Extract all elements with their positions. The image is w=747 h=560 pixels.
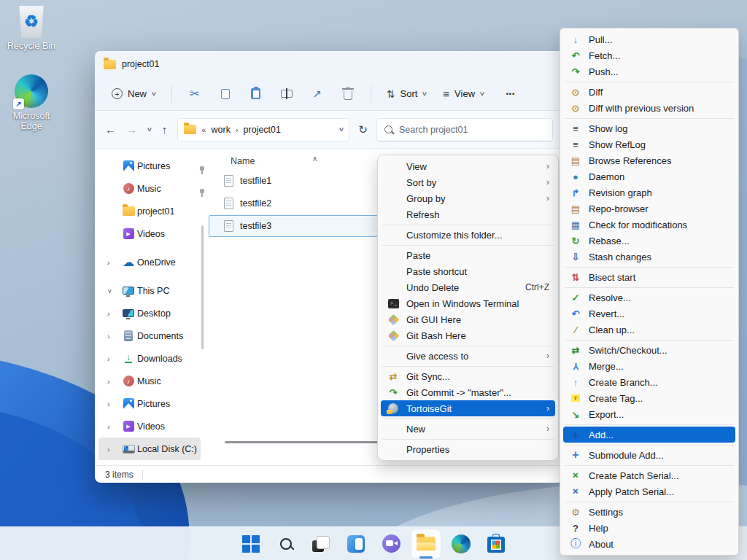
chat-button[interactable] xyxy=(376,529,406,559)
paste-button[interactable] xyxy=(242,82,270,106)
breadcrumb[interactable]: « work › project01 ∨ xyxy=(177,118,349,141)
sidebar-item-videos-quick[interactable]: ▶ Videos xyxy=(98,222,201,245)
sidebar-item-desktop[interactable]: › Desktop xyxy=(98,302,201,324)
breadcrumb-overflow[interactable]: « xyxy=(201,125,206,134)
refresh-button[interactable]: ↻ xyxy=(358,123,368,136)
menu-item-show-reflog[interactable]: ≡Show RefLog xyxy=(563,136,735,152)
menu-item-group-by[interactable]: Group by› xyxy=(381,190,555,206)
menu-item-settings[interactable]: ⚙Settings xyxy=(563,504,735,520)
expand-chevron-icon[interactable]: › xyxy=(107,400,120,408)
menu-item-diff-previous[interactable]: ⊙Diff with previous version xyxy=(563,100,735,116)
file-row-testfile3[interactable]: testfile3 xyxy=(209,215,378,237)
task-view-button[interactable] xyxy=(306,529,336,559)
menu-item-create-tag[interactable]: TCreate Tag... xyxy=(563,390,735,406)
expand-chevron-icon[interactable]: › xyxy=(107,309,120,318)
store-button[interactable] xyxy=(481,529,511,559)
collapse-chevron-icon[interactable]: ∨ xyxy=(107,287,120,295)
menu-item-customize-folder[interactable]: Customize this folder... xyxy=(381,227,555,243)
expand-chevron-icon[interactable]: › xyxy=(107,422,120,431)
sidebar-item-documents[interactable]: › Documents xyxy=(98,324,201,347)
menu-item-resolve[interactable]: ✓Resolve... xyxy=(563,289,735,306)
search-box[interactable] xyxy=(376,118,553,141)
sidebar-item-pictures[interactable]: › Pictures xyxy=(98,392,201,415)
sidebar-item-local-disk-c[interactable]: › Local Disk (C:) xyxy=(98,438,201,460)
menu-item-daemon[interactable]: ●Daemon xyxy=(563,168,735,184)
menu-item-git-commit[interactable]: ↷Git Commit -> "master"... xyxy=(381,384,555,400)
menu-item-about[interactable]: ⓘAbout xyxy=(563,536,735,552)
menu-item-properties[interactable]: Properties xyxy=(381,441,555,457)
sidebar-item-project01[interactable]: project01 xyxy=(98,200,201,222)
menu-item-give-access-to[interactable]: Give access to› xyxy=(381,348,555,364)
expand-chevron-icon[interactable]: › xyxy=(107,332,120,341)
search-input[interactable] xyxy=(399,125,545,135)
file-row-testfile1[interactable]: testfile1 xyxy=(209,170,378,192)
menu-item-stash-changes[interactable]: ⇩Stash changes xyxy=(563,249,735,265)
menu-item-undo-delete[interactable]: Undo DeleteCtrl+Z xyxy=(381,279,555,295)
sidebar-item-this-pc[interactable]: ∨ This PC xyxy=(98,279,201,302)
menu-item-git-gui-here[interactable]: Git GUI Here xyxy=(381,311,555,327)
recent-locations-button[interactable]: ∨ xyxy=(147,126,153,133)
menu-item-paste-shortcut[interactable]: Paste shortcut xyxy=(381,263,555,279)
file-explorer-button[interactable] xyxy=(411,529,441,559)
menu-item-open-windows-terminal[interactable]: ＞_Open in Windows Terminal xyxy=(381,295,555,311)
sidebar-item-music[interactable]: › ♪ Music xyxy=(98,370,201,392)
menu-item-rebase[interactable]: ↻Rebase... xyxy=(563,233,735,249)
sidebar-item-videos[interactable]: › ▶ Videos xyxy=(98,415,201,438)
expand-chevron-icon[interactable]: › xyxy=(107,445,120,454)
menu-item-refresh[interactable]: Refresh xyxy=(381,206,555,222)
menu-item-revision-graph[interactable]: ↱Revision graph xyxy=(563,184,735,201)
menu-item-tortoisegit[interactable]: TortoiseGit› xyxy=(381,400,555,416)
menu-item-bisect-start[interactable]: ⇅Bisect start xyxy=(563,269,735,285)
sidebar-item-downloads[interactable]: › ↓ Downloads xyxy=(98,347,201,370)
horizontal-scrollbar[interactable] xyxy=(225,441,385,443)
sidebar-item-pictures-pinned[interactable]: Pictures xyxy=(98,155,201,177)
more-options-button[interactable]: ••• xyxy=(497,82,525,106)
menu-item-submodule-add[interactable]: +Submodule Add... xyxy=(563,447,735,463)
sidebar-item-music-pinned[interactable]: ♪ Music xyxy=(98,177,201,200)
forward-button[interactable]: → xyxy=(126,123,137,136)
rename-button[interactable] xyxy=(273,82,301,106)
menu-item-add[interactable]: +Add... xyxy=(563,427,735,443)
sidebar-item-onedrive[interactable]: › ☁ OneDrive xyxy=(98,251,201,273)
menu-item-check-modifications[interactable]: ▦Check for modifications xyxy=(563,217,735,233)
menu-item-create-branch[interactable]: ↑Create Branch... xyxy=(563,374,735,390)
file-row-testfile2[interactable]: testfile2 xyxy=(209,192,378,214)
back-button[interactable]: ← xyxy=(105,123,116,136)
menu-item-revert[interactable]: ↶Revert... xyxy=(563,306,735,322)
menu-item-browse-references[interactable]: ▤Browse References xyxy=(563,152,735,168)
new-button[interactable]: + New ∨ xyxy=(105,84,163,104)
expand-chevron-icon[interactable]: › xyxy=(107,377,120,386)
menu-item-paste[interactable]: Paste xyxy=(381,247,555,263)
taskbar-search-button[interactable] xyxy=(271,529,301,559)
share-button[interactable]: ↗ xyxy=(303,82,331,106)
menu-item-push[interactable]: ↷Push... xyxy=(563,63,735,79)
menu-item-view[interactable]: View› xyxy=(381,158,555,174)
sort-button[interactable]: ⇅ Sort ∨ xyxy=(380,84,433,104)
up-button[interactable]: ↑ xyxy=(162,123,168,136)
title-bar[interactable]: project01 xyxy=(95,51,563,77)
start-button[interactable] xyxy=(236,529,266,559)
menu-item-new[interactable]: New› xyxy=(381,421,555,437)
copy-button[interactable] xyxy=(212,82,239,106)
menu-item-show-log[interactable]: ≡Show log xyxy=(563,120,735,136)
cut-button[interactable]: ✂ xyxy=(181,82,209,106)
delete-button[interactable] xyxy=(334,82,362,106)
menu-item-create-patch-serial[interactable]: +Create Patch Serial... xyxy=(563,467,735,483)
menu-item-switch-checkout[interactable]: ⇄Switch/Checkout... xyxy=(563,342,735,358)
sidebar-scrollbar[interactable] xyxy=(201,225,204,349)
widgets-button[interactable] xyxy=(341,529,371,559)
menu-item-pull[interactable]: ↓Pull... xyxy=(563,31,735,47)
menu-item-sort-by[interactable]: Sort by› xyxy=(381,174,555,190)
menu-item-help[interactable]: ?Help xyxy=(563,520,735,536)
menu-item-git-bash-here[interactable]: Git Bash Here xyxy=(381,327,555,343)
menu-item-diff[interactable]: ⊙Diff xyxy=(563,84,735,100)
breadcrumb-project01[interactable]: project01 xyxy=(244,125,281,135)
menu-item-repo-browser[interactable]: ▤Repo-browser xyxy=(563,201,735,217)
menu-item-apply-patch-serial[interactable]: +Apply Patch Serial... xyxy=(563,483,735,499)
expand-chevron-icon[interactable]: › xyxy=(107,258,120,267)
view-button[interactable]: ≡ View ∨ xyxy=(436,83,491,104)
menu-item-git-sync[interactable]: ⇄Git Sync... xyxy=(381,368,555,384)
breadcrumb-work[interactable]: work xyxy=(211,125,230,135)
menu-item-export[interactable]: ↘Export... xyxy=(563,406,735,422)
address-dropdown-button[interactable]: ∨ xyxy=(338,126,344,133)
